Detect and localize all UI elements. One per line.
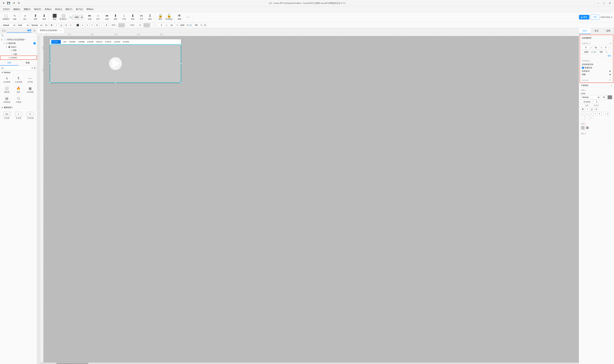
text-align-right-btn[interactable]: ≡ — [589, 112, 593, 116]
preview-button[interactable]: ▶ 预览 — [579, 15, 589, 19]
comp-repeater[interactable]: ⬡ 中继器 — [13, 95, 24, 105]
handle-bottom-left[interactable] — [49, 82, 51, 83]
tab-components[interactable]: 元件 — [0, 60, 19, 65]
menu-project[interactable]: 项目(P) — [32, 7, 42, 11]
italic-button[interactable]: I — [54, 23, 58, 27]
justify-button[interactable]: ≡ — [90, 23, 94, 27]
align-left-button[interactable]: ⬅ 左侧 — [85, 13, 94, 21]
expand-button[interactable]: ⋯ — [184, 13, 192, 21]
text-valign-mid-btn[interactable]: ↕ — [602, 112, 605, 116]
comp-textbox[interactable]: abc 文本框 — [1, 111, 12, 121]
connect-button[interactable]: ⤷ 连接 — [11, 13, 19, 21]
y-pos-input[interactable] — [592, 46, 600, 50]
tab-notes[interactable]: 说明 — [602, 28, 614, 34]
tree-logo-widget[interactable]: — logo — [0, 52, 37, 56]
handle-bottom-center[interactable] — [115, 82, 116, 83]
view-button[interactable]: 👁 视图 — [175, 13, 184, 21]
underline-panel-btn[interactable]: U — [590, 107, 594, 111]
h-size-input[interactable] — [597, 50, 605, 54]
tree-content-widget[interactable]: □ content — [0, 56, 37, 60]
tab-style[interactable]: 样式 — [579, 28, 591, 34]
tab-masters[interactable]: 母版 — [19, 60, 37, 65]
menu-layout[interactable]: 布局(A) — [43, 7, 53, 11]
handle-middle-left[interactable] — [49, 63, 51, 64]
add-frame-label[interactable]: 添加框架目标 — [582, 63, 593, 66]
font-size-input[interactable] — [43, 23, 49, 27]
x-input[interactable] — [158, 23, 165, 27]
align-text-left-button[interactable]: ⬛ — [76, 23, 80, 27]
fill-color-panel-swatch[interactable]: □ — [581, 126, 585, 130]
comp-more-icon[interactable]: ⋯ — [36, 67, 37, 69]
char-spacing-input[interactable] — [594, 100, 600, 104]
select-mode-button[interactable]: ⬚ 选择模式 — [2, 13, 10, 21]
align-text-center-button[interactable]: ≡ — [81, 23, 85, 27]
align-middle-button[interactable]: ↕ 中间 — [120, 13, 128, 21]
align-right-button[interactable]: ➡ 右侧 — [103, 13, 111, 21]
menu-publish[interactable]: 发布(U) — [54, 7, 64, 11]
y-input[interactable] — [168, 23, 176, 27]
save-icon[interactable]: 💾 — [7, 1, 11, 5]
w-size-input[interactable] — [582, 50, 591, 54]
text-outdent-btn[interactable]: ← — [585, 116, 589, 120]
distribute-h-button[interactable]: ⇔ 水平 — [137, 13, 146, 21]
font-weight-select[interactable]: Normal — [30, 23, 42, 27]
italic-panel-btn[interactable]: I — [585, 107, 589, 111]
canvas-viewport[interactable]: 山人联 首页 培训课程 分类测频 活动消费 内容交流 企业协会 企业培训 深水报… — [43, 36, 579, 362]
handle-top-left[interactable] — [49, 44, 51, 45]
distribute-v-button[interactable]: ⇕ 垂直 — [146, 13, 154, 21]
stroke-size-input[interactable] — [137, 23, 143, 27]
top-layer-button[interactable]: ⬆ 顶层 — [31, 13, 40, 21]
comp-textarea[interactable]: ≡ 文本域 — [13, 111, 24, 121]
scrollbar-horizontal[interactable] — [40, 362, 579, 364]
canvas-content-area[interactable] — [50, 44, 181, 83]
comp-dynamic-panel[interactable]: ▦ 动态面板 — [25, 85, 36, 94]
align-center-button[interactable]: ↔ 居中 — [94, 13, 102, 21]
tree-page-item[interactable]: ▶ 📄 管理后台自适应框架一 — [0, 38, 37, 41]
minimize-button[interactable]: ─ — [596, 1, 601, 5]
comp-copy-icon[interactable]: ⎘ — [34, 67, 35, 69]
share-button[interactable]: 共享 — [591, 15, 599, 20]
visibility-toggle[interactable]: 👁 — [203, 23, 207, 27]
insert-button[interactable]: ＋ 插入 — [21, 13, 29, 21]
scrollbar-thumb[interactable] — [56, 363, 88, 364]
edit-style-icon[interactable]: ✎ — [609, 79, 611, 81]
video-select-icon[interactable]: ▼ — [609, 73, 611, 76]
comp-rectangle[interactable]: ⬜ 重直线 — [1, 85, 12, 94]
bold-panel-btn[interactable]: B — [581, 107, 585, 111]
redo-icon[interactable]: ↻ — [17, 1, 21, 5]
canvas-tab-close[interactable]: × — [60, 29, 61, 32]
fill-color-btn[interactable] — [118, 23, 125, 27]
align-middle-text-button[interactable]: ↕ — [100, 23, 104, 27]
tree-top-nav[interactable]: ▼ ⬡ 顶部导航 ≡ — [0, 41, 37, 45]
play-button[interactable] — [109, 57, 122, 70]
undo-icon[interactable]: ↺ — [12, 1, 16, 5]
menu-file[interactable]: 文件(F) — [1, 7, 11, 11]
close-button[interactable]: ✕ — [607, 1, 612, 5]
handle-bottom-right[interactable] — [180, 82, 182, 83]
deg-input[interactable] — [602, 46, 609, 50]
user-id-display[interactable]: 805872865 ▼ — [600, 16, 613, 18]
scroll-select-icon[interactable]: ▼ — [609, 70, 611, 73]
bottom-layer-button[interactable]: ⬇ 底层 — [40, 13, 48, 21]
text-align-justify-btn[interactable]: ≡ — [593, 112, 597, 116]
canvas-tab-main[interactable]: 管理后台自适应框架一 × — [37, 28, 64, 33]
align-bottom-text-button[interactable]: ⬇ — [104, 23, 109, 27]
text-align-left-btn[interactable]: ≡ — [581, 112, 585, 116]
line-height-input[interactable] — [581, 100, 593, 104]
tree-nav-widget[interactable]: □ 导航 — [0, 49, 37, 52]
strikethrough-panel-btn[interactable]: S — [594, 107, 598, 111]
fill-more-btn[interactable]: ⋯ — [125, 23, 130, 27]
unordered-list-button[interactable]: ≡ — [69, 23, 73, 27]
stroke-color-btn[interactable] — [144, 23, 150, 27]
text-valign-bot-btn[interactable]: ⬇ — [606, 112, 610, 116]
crop-link[interactable]: 裁剪 — [608, 55, 611, 57]
font-color-swatch[interactable] — [608, 95, 612, 99]
handle-top-right[interactable] — [180, 44, 182, 45]
text-valign-top-btn[interactable]: ⬆ — [598, 112, 601, 116]
hide-border-checkbox[interactable] — [582, 67, 584, 69]
comp-search-input[interactable] — [4, 67, 30, 69]
w-input[interactable] — [178, 23, 186, 27]
comp-add-icon[interactable]: ＋ — [31, 66, 33, 70]
visibility-icon[interactable]: 👁 — [609, 43, 611, 45]
lock-ratio-icon[interactable]: 🔗 — [189, 24, 192, 26]
